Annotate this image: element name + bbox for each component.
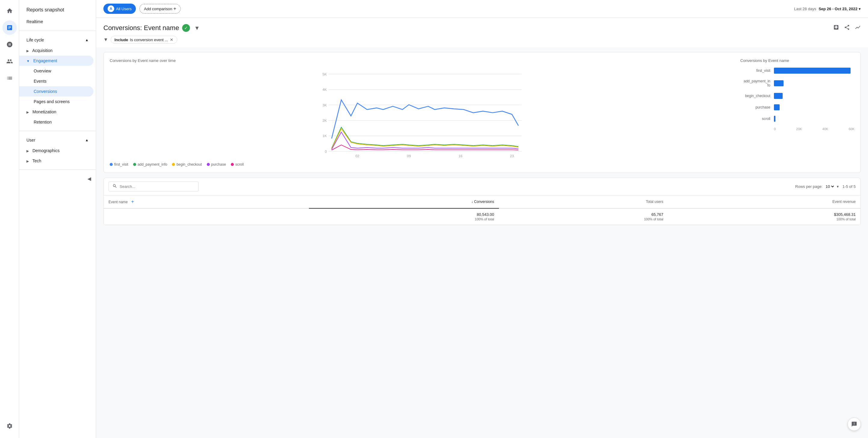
support-button[interactable]	[847, 417, 861, 431]
sidebar-item-realtime[interactable]: Realtime	[19, 16, 96, 27]
svg-text:09: 09	[407, 154, 411, 158]
date-range-button[interactable]: Sep 26 - Oct 23, 2022 ▾	[819, 7, 861, 11]
sidebar-item-conversions[interactable]: Conversions	[19, 86, 93, 96]
chart-legend: first_visit add_payment_info begin_check…	[110, 162, 731, 166]
col-event-name: Event name +	[104, 195, 309, 208]
bar-fill-begin-checkout	[774, 93, 783, 99]
svg-text:2K: 2K	[322, 119, 327, 122]
page-header: Conversions: Event name ✓ ▾ ▼ Include	[96, 18, 868, 47]
search-icon	[113, 184, 117, 189]
col-total-users[interactable]: Total users	[499, 195, 668, 208]
content-area: Conversions by Event name over time 5K	[96, 47, 868, 230]
sidebar-item-pages-screens[interactable]: Pages and screens	[19, 96, 96, 107]
sidebar-section-user[interactable]: User ▲	[19, 135, 96, 146]
sidebar-item-monetization[interactable]: ▶ Monetization	[19, 107, 96, 117]
col-event-revenue[interactable]: Event revenue	[668, 195, 861, 208]
search-input[interactable]	[120, 184, 195, 189]
line-chart-section: Conversions by Event name over time 5K	[110, 58, 731, 166]
bar-row-first-visit: first_visit	[740, 68, 855, 74]
line-chart-container: 5K 4K 3K 2K 1K 0 02 Oct 09 16 23	[110, 68, 731, 159]
sidebar: Reports snapshot Realtime Life cycle ▲ ▶…	[19, 0, 96, 438]
sidebar-collapse-icon[interactable]: ◀	[88, 176, 91, 182]
avatar: A	[107, 5, 114, 12]
first-visit-dot	[110, 163, 113, 166]
sidebar-item-retention[interactable]: Retention	[19, 117, 96, 127]
rows-per-page-select[interactable]: 10 25 50	[825, 184, 835, 189]
plus-icon: +	[174, 6, 176, 11]
home-nav-icon[interactable]	[2, 4, 17, 18]
table-header-row: Event name + ↓ Conversions Total users E…	[104, 195, 861, 208]
filter-bar: ▼ Include Is conversion event ... ✕	[103, 36, 861, 43]
title-actions	[833, 24, 861, 32]
topbar: A All Users Add comparison + Last 28 day…	[96, 0, 868, 18]
chart-row: Conversions by Event name over time 5K	[110, 58, 855, 166]
table-total-row: 80,543.00 100% of total 65,767 100% of t…	[104, 208, 861, 225]
legend-begin-checkout: begin_checkout	[172, 162, 202, 166]
data-table: Event name + ↓ Conversions Total users E…	[104, 195, 861, 225]
customize-report-icon[interactable]	[833, 24, 839, 32]
bar-x-axis: 0 20K 40K 60K	[740, 127, 855, 131]
page-title: Conversions: Event name ✓ ▾	[103, 24, 202, 32]
svg-text:3K: 3K	[322, 103, 327, 107]
filter-chip[interactable]: Include Is conversion event ... ✕	[111, 36, 177, 43]
bar-row-scroll: scroll	[740, 116, 855, 122]
title-check-icon: ✓	[182, 24, 190, 32]
sidebar-item-demographics[interactable]: ▶ Demographics	[19, 146, 96, 156]
bar-row-begin-checkout: begin_checkout	[740, 93, 855, 99]
sidebar-section-engagement[interactable]: ▼ Engagement	[19, 56, 93, 66]
sidebar-title: Reports snapshot	[19, 5, 96, 16]
realtime-nav-icon[interactable]	[2, 37, 17, 52]
date-dropdown-icon: ▾	[859, 7, 861, 11]
sidebar-item-acquisition[interactable]: ▶ Acquisition	[19, 45, 96, 56]
sidebar-item-events[interactable]: Events	[19, 76, 96, 86]
list-nav-icon[interactable]	[2, 71, 17, 85]
line-chart-svg: 5K 4K 3K 2K 1K 0 02 Oct 09 16 23	[110, 68, 731, 158]
svg-text:23: 23	[510, 154, 514, 158]
title-dropdown-button[interactable]: ▾	[193, 24, 202, 32]
bar-row-add-payment: add_payment_info	[740, 79, 855, 88]
legend-add-payment: add_payment_info	[133, 162, 167, 166]
trend-icon[interactable]	[855, 24, 861, 32]
bar-fill-first-visit	[774, 68, 850, 74]
main-content: A All Users Add comparison + Last 28 day…	[96, 0, 868, 438]
lifecycle-chevron-icon: ▲	[85, 38, 89, 42]
bar-fill-add-payment	[774, 80, 783, 86]
bar-fill-purchase	[774, 104, 780, 110]
bar-fill-scroll	[774, 116, 775, 122]
sidebar-section-lifecycle[interactable]: Life cycle ▲	[19, 35, 96, 45]
legend-purchase: purchase	[207, 162, 226, 166]
bar-chart-title: Conversions by Event name	[740, 58, 855, 63]
svg-text:1K: 1K	[322, 134, 327, 138]
topbar-left: A All Users Add comparison +	[103, 4, 181, 14]
audience-nav-icon[interactable]	[2, 54, 17, 68]
user-chevron-icon: ▲	[85, 138, 89, 142]
add-column-button[interactable]: +	[131, 199, 134, 204]
begin-checkout-dot	[172, 163, 175, 166]
rows-chevron-icon: ▾	[837, 184, 839, 189]
search-box[interactable]	[108, 182, 199, 191]
bar-row-purchase: purchase	[740, 104, 855, 110]
rows-per-page: Rows per page: 10 25 50 ▾	[795, 184, 839, 189]
sidebar-item-overview[interactable]: Overview	[19, 66, 96, 76]
all-users-pill[interactable]: A All Users	[103, 4, 136, 14]
filter-icon: ▼	[103, 37, 108, 42]
table-toolbar: Rows per page: 10 25 50 ▾ 1-5 of 5	[104, 178, 861, 195]
settings-nav-icon[interactable]	[2, 419, 17, 433]
col-conversions[interactable]: ↓ Conversions	[309, 195, 499, 208]
table-pagination: Rows per page: 10 25 50 ▾ 1-5 of 5	[795, 184, 856, 189]
filter-close-icon[interactable]: ✕	[170, 37, 174, 42]
sidebar-item-tech[interactable]: ▶ Tech	[19, 156, 96, 166]
svg-text:4K: 4K	[322, 88, 327, 91]
reports-nav-icon[interactable]	[2, 21, 17, 35]
bar-chart: first_visit add_payment_info	[740, 68, 855, 131]
line-chart-title: Conversions by Event name over time	[110, 58, 731, 63]
svg-text:0: 0	[325, 149, 327, 153]
share-icon[interactable]	[844, 24, 850, 32]
add-comparison-button[interactable]: Add comparison +	[140, 4, 181, 13]
table-card: Rows per page: 10 25 50 ▾ 1-5 of 5	[103, 178, 861, 225]
topbar-right: Last 28 days Sep 26 - Oct 23, 2022 ▾	[794, 7, 861, 11]
page-title-row: Conversions: Event name ✓ ▾	[103, 24, 861, 32]
purchase-dot	[207, 163, 210, 166]
icon-bar	[0, 0, 19, 438]
chart-card: Conversions by Event name over time 5K	[103, 52, 861, 173]
